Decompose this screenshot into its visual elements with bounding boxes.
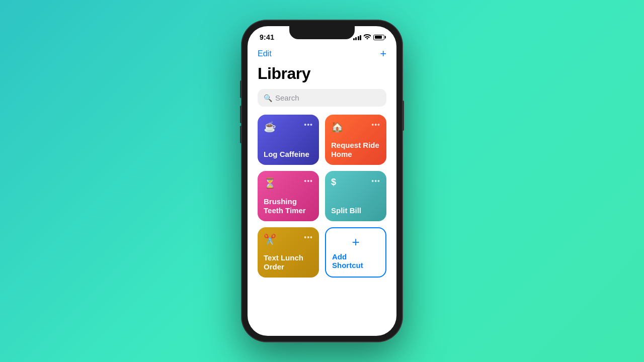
search-icon: 🔍 — [264, 94, 272, 102]
status-time: 9:41 — [260, 33, 274, 41]
request-ride-title: Request Ride Home — [331, 141, 380, 159]
shortcut-card-add-shortcut[interactable]: + Add Shortcut — [325, 227, 386, 278]
split-bill-menu[interactable]: ••• — [371, 177, 380, 185]
add-shortcut-plus-icon: + — [352, 235, 359, 248]
log-caffeine-title: Log Caffeine — [264, 150, 313, 159]
shortcut-card-text-lunch[interactable]: ✂️ ••• Text Lunch Order — [258, 227, 319, 278]
shortcut-card-log-caffeine[interactable]: ☕ ••• Log Caffeine — [258, 115, 319, 165]
brushing-teeth-icon: ⏳ — [264, 177, 276, 189]
shortcut-card-brushing-teeth[interactable]: ⏳ ••• Brushing Teeth Timer — [258, 171, 319, 221]
search-placeholder: Search — [275, 94, 299, 102]
signal-icon — [353, 34, 362, 40]
phone-body: 9:41 — [242, 20, 403, 342]
card-header: $ ••• — [331, 177, 380, 188]
search-bar[interactable]: 🔍 Search — [258, 89, 386, 107]
app-content: Edit + Library 🔍 Search ☕ ••• — [248, 44, 396, 336]
edit-button[interactable]: Edit — [258, 49, 272, 58]
card-header: ✂️ ••• — [264, 233, 313, 245]
wifi-icon — [364, 34, 371, 41]
phone-device: 9:41 — [242, 20, 403, 342]
battery-icon — [373, 35, 384, 40]
request-ride-icon: 🏠 — [331, 121, 344, 133]
phone-screen: 9:41 — [248, 26, 396, 336]
status-icons — [353, 34, 385, 41]
add-button[interactable]: + — [380, 48, 386, 59]
shortcuts-grid: ☕ ••• Log Caffeine 🏠 ••• Request Ride Ho… — [258, 115, 386, 288]
text-lunch-icon: ✂️ — [264, 233, 276, 245]
phone-notch — [289, 26, 355, 39]
log-caffeine-icon: ☕ — [264, 121, 276, 133]
add-shortcut-label: Add Shortcut — [332, 252, 379, 269]
brushing-teeth-title: Brushing Teeth Timer — [264, 197, 313, 215]
split-bill-icon: $ — [331, 177, 336, 188]
shortcut-card-split-bill[interactable]: $ ••• Split Bill — [325, 171, 386, 221]
page-title: Library — [258, 64, 386, 83]
text-lunch-menu[interactable]: ••• — [304, 233, 313, 241]
split-bill-title: Split Bill — [331, 206, 380, 215]
text-lunch-title: Text Lunch Order — [264, 253, 313, 272]
app-header: Edit + — [258, 44, 386, 64]
brushing-teeth-menu[interactable]: ••• — [304, 177, 313, 185]
card-header: ⏳ ••• — [264, 177, 313, 189]
request-ride-menu[interactable]: ••• — [371, 121, 380, 129]
shortcut-card-request-ride[interactable]: 🏠 ••• Request Ride Home — [325, 115, 386, 165]
card-header: ☕ ••• — [264, 121, 313, 133]
log-caffeine-menu[interactable]: ••• — [304, 121, 313, 129]
card-header: 🏠 ••• — [331, 121, 380, 133]
